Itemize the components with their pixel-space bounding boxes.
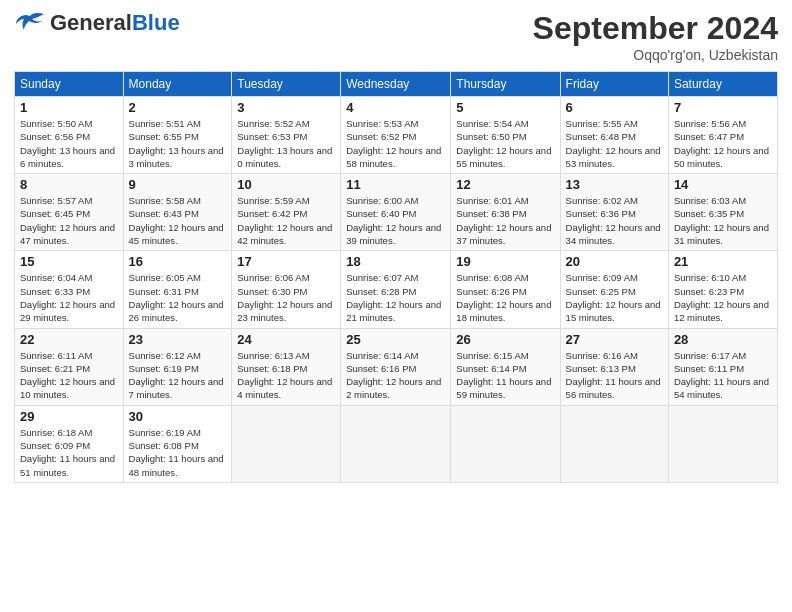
table-row: 24Sunrise: 6:13 AMSunset: 6:18 PMDayligh… <box>232 328 341 405</box>
day-number: 11 <box>346 177 445 192</box>
day-number: 24 <box>237 332 335 347</box>
day-number: 9 <box>129 177 227 192</box>
table-row <box>341 405 451 482</box>
day-info: Sunrise: 5:56 AMSunset: 6:47 PMDaylight:… <box>674 118 769 169</box>
day-info: Sunrise: 5:50 AMSunset: 6:56 PMDaylight:… <box>20 118 115 169</box>
table-row: 16Sunrise: 6:05 AMSunset: 6:31 PMDayligh… <box>123 251 232 328</box>
logo: GeneralBlue <box>14 10 180 36</box>
day-number: 23 <box>129 332 227 347</box>
table-row: 18Sunrise: 6:07 AMSunset: 6:28 PMDayligh… <box>341 251 451 328</box>
day-number: 7 <box>674 100 772 115</box>
day-info: Sunrise: 6:07 AMSunset: 6:28 PMDaylight:… <box>346 272 441 323</box>
day-number: 4 <box>346 100 445 115</box>
table-row: 13Sunrise: 6:02 AMSunset: 6:36 PMDayligh… <box>560 174 668 251</box>
col-tuesday: Tuesday <box>232 72 341 97</box>
table-row <box>451 405 560 482</box>
table-row: 28Sunrise: 6:17 AMSunset: 6:11 PMDayligh… <box>668 328 777 405</box>
day-info: Sunrise: 6:06 AMSunset: 6:30 PMDaylight:… <box>237 272 332 323</box>
table-row: 1Sunrise: 5:50 AMSunset: 6:56 PMDaylight… <box>15 97 124 174</box>
table-row: 11Sunrise: 6:00 AMSunset: 6:40 PMDayligh… <box>341 174 451 251</box>
day-number: 29 <box>20 409 118 424</box>
calendar-table: Sunday Monday Tuesday Wednesday Thursday… <box>14 71 778 483</box>
table-row: 10Sunrise: 5:59 AMSunset: 6:42 PMDayligh… <box>232 174 341 251</box>
header: GeneralBlue September 2024 Oqqo'rg'on, U… <box>14 10 778 63</box>
page-container: GeneralBlue September 2024 Oqqo'rg'on, U… <box>0 0 792 493</box>
day-info: Sunrise: 6:03 AMSunset: 6:35 PMDaylight:… <box>674 195 769 246</box>
table-row: 3Sunrise: 5:52 AMSunset: 6:53 PMDaylight… <box>232 97 341 174</box>
day-number: 5 <box>456 100 554 115</box>
month-title: September 2024 <box>533 10 778 47</box>
table-row: 23Sunrise: 6:12 AMSunset: 6:19 PMDayligh… <box>123 328 232 405</box>
calendar-row: 8Sunrise: 5:57 AMSunset: 6:45 PMDaylight… <box>15 174 778 251</box>
table-row: 25Sunrise: 6:14 AMSunset: 6:16 PMDayligh… <box>341 328 451 405</box>
day-info: Sunrise: 5:51 AMSunset: 6:55 PMDaylight:… <box>129 118 224 169</box>
day-number: 21 <box>674 254 772 269</box>
day-info: Sunrise: 6:04 AMSunset: 6:33 PMDaylight:… <box>20 272 115 323</box>
day-info: Sunrise: 6:05 AMSunset: 6:31 PMDaylight:… <box>129 272 224 323</box>
table-row: 21Sunrise: 6:10 AMSunset: 6:23 PMDayligh… <box>668 251 777 328</box>
table-row: 27Sunrise: 6:16 AMSunset: 6:13 PMDayligh… <box>560 328 668 405</box>
day-info: Sunrise: 6:00 AMSunset: 6:40 PMDaylight:… <box>346 195 441 246</box>
day-number: 13 <box>566 177 663 192</box>
calendar-row: 22Sunrise: 6:11 AMSunset: 6:21 PMDayligh… <box>15 328 778 405</box>
day-number: 8 <box>20 177 118 192</box>
col-wednesday: Wednesday <box>341 72 451 97</box>
day-info: Sunrise: 5:52 AMSunset: 6:53 PMDaylight:… <box>237 118 332 169</box>
table-row: 30Sunrise: 6:19 AMSunset: 6:08 PMDayligh… <box>123 405 232 482</box>
day-info: Sunrise: 5:54 AMSunset: 6:50 PMDaylight:… <box>456 118 551 169</box>
day-number: 6 <box>566 100 663 115</box>
day-number: 12 <box>456 177 554 192</box>
day-info: Sunrise: 5:53 AMSunset: 6:52 PMDaylight:… <box>346 118 441 169</box>
calendar-row: 15Sunrise: 6:04 AMSunset: 6:33 PMDayligh… <box>15 251 778 328</box>
col-thursday: Thursday <box>451 72 560 97</box>
day-info: Sunrise: 6:17 AMSunset: 6:11 PMDaylight:… <box>674 350 769 401</box>
day-number: 26 <box>456 332 554 347</box>
day-info: Sunrise: 6:09 AMSunset: 6:25 PMDaylight:… <box>566 272 661 323</box>
day-number: 10 <box>237 177 335 192</box>
location: Oqqo'rg'on, Uzbekistan <box>533 47 778 63</box>
calendar-row: 29Sunrise: 6:18 AMSunset: 6:09 PMDayligh… <box>15 405 778 482</box>
table-row: 12Sunrise: 6:01 AMSunset: 6:38 PMDayligh… <box>451 174 560 251</box>
table-row: 20Sunrise: 6:09 AMSunset: 6:25 PMDayligh… <box>560 251 668 328</box>
day-number: 25 <box>346 332 445 347</box>
day-info: Sunrise: 6:16 AMSunset: 6:13 PMDaylight:… <box>566 350 661 401</box>
day-number: 1 <box>20 100 118 115</box>
calendar-body: 1Sunrise: 5:50 AMSunset: 6:56 PMDaylight… <box>15 97 778 483</box>
table-row: 6Sunrise: 5:55 AMSunset: 6:48 PMDaylight… <box>560 97 668 174</box>
day-number: 14 <box>674 177 772 192</box>
table-row: 29Sunrise: 6:18 AMSunset: 6:09 PMDayligh… <box>15 405 124 482</box>
table-row: 15Sunrise: 6:04 AMSunset: 6:33 PMDayligh… <box>15 251 124 328</box>
table-row: 22Sunrise: 6:11 AMSunset: 6:21 PMDayligh… <box>15 328 124 405</box>
day-number: 2 <box>129 100 227 115</box>
table-row <box>668 405 777 482</box>
day-info: Sunrise: 5:59 AMSunset: 6:42 PMDaylight:… <box>237 195 332 246</box>
table-row: 14Sunrise: 6:03 AMSunset: 6:35 PMDayligh… <box>668 174 777 251</box>
table-row <box>560 405 668 482</box>
day-number: 17 <box>237 254 335 269</box>
day-number: 16 <box>129 254 227 269</box>
table-row: 17Sunrise: 6:06 AMSunset: 6:30 PMDayligh… <box>232 251 341 328</box>
col-saturday: Saturday <box>668 72 777 97</box>
day-info: Sunrise: 5:58 AMSunset: 6:43 PMDaylight:… <box>129 195 224 246</box>
day-number: 3 <box>237 100 335 115</box>
day-info: Sunrise: 6:12 AMSunset: 6:19 PMDaylight:… <box>129 350 224 401</box>
day-number: 19 <box>456 254 554 269</box>
day-info: Sunrise: 6:19 AMSunset: 6:08 PMDaylight:… <box>129 427 224 478</box>
table-row: 2Sunrise: 5:51 AMSunset: 6:55 PMDaylight… <box>123 97 232 174</box>
calendar-header-row: Sunday Monday Tuesday Wednesday Thursday… <box>15 72 778 97</box>
day-number: 27 <box>566 332 663 347</box>
day-number: 20 <box>566 254 663 269</box>
logo-bird-icon <box>14 12 46 34</box>
title-area: September 2024 Oqqo'rg'on, Uzbekistan <box>533 10 778 63</box>
day-number: 28 <box>674 332 772 347</box>
day-info: Sunrise: 6:18 AMSunset: 6:09 PMDaylight:… <box>20 427 115 478</box>
day-info: Sunrise: 6:15 AMSunset: 6:14 PMDaylight:… <box>456 350 551 401</box>
col-sunday: Sunday <box>15 72 124 97</box>
day-number: 22 <box>20 332 118 347</box>
day-info: Sunrise: 6:02 AMSunset: 6:36 PMDaylight:… <box>566 195 661 246</box>
table-row: 26Sunrise: 6:15 AMSunset: 6:14 PMDayligh… <box>451 328 560 405</box>
day-info: Sunrise: 6:11 AMSunset: 6:21 PMDaylight:… <box>20 350 115 401</box>
col-friday: Friday <box>560 72 668 97</box>
table-row <box>232 405 341 482</box>
table-row: 5Sunrise: 5:54 AMSunset: 6:50 PMDaylight… <box>451 97 560 174</box>
